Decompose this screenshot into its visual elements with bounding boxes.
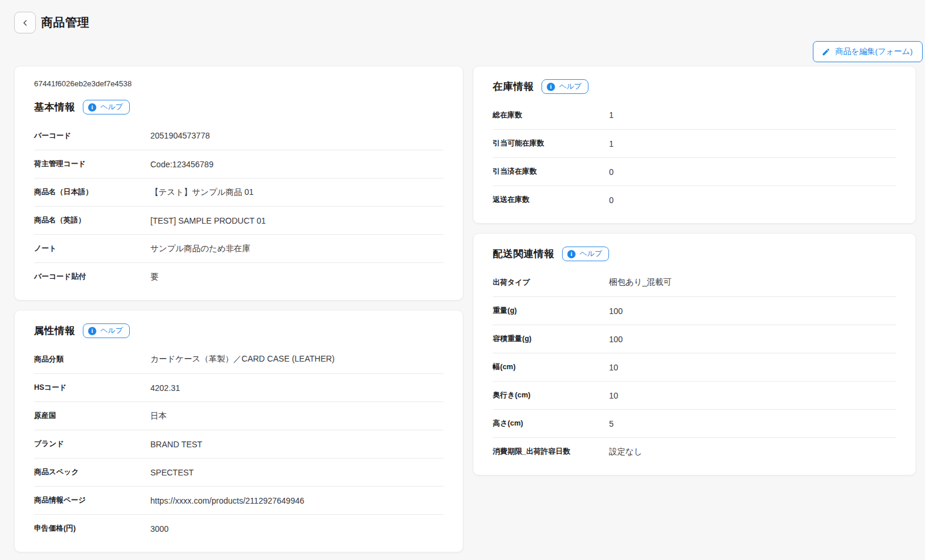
help-label: ヘルプ [100,326,123,336]
field-label: ブランド [34,439,150,449]
field-value: 【テスト】サンプル商品 01 [150,187,254,198]
info-icon: i [567,250,576,258]
stock-info-card: 在庫情報 i ヘルプ 総在庫数 1 引当可能在庫数 1 [473,66,916,224]
attributes-card: 属性情報 i ヘルプ 商品分類 カードケース（革製）／CARD CASE (LE… [14,310,463,552]
field-value: Code:123456789 [150,160,213,169]
help-label: ヘルプ [559,82,581,92]
field-label: 引当可能在庫数 [493,139,609,149]
info-icon: i [88,103,96,112]
field-value: 100 [609,335,623,344]
section-title: 属性情報 [34,324,75,338]
field-label: 幅(cm) [493,362,609,372]
field-label: バーコード貼付 [34,272,150,282]
back-button[interactable] [14,12,36,33]
table-row: 引当可能在庫数 1 [493,129,896,157]
field-value: 日本 [150,411,167,421]
field-value: 5 [609,419,614,429]
table-row: 商品名（英語） [TEST] SAMPLE PRODUCT 01 [34,206,443,234]
table-row: 商品スペック SPECTEST [34,458,443,486]
section-title: 基本情報 [34,100,75,114]
section-header: 属性情報 i ヘルプ [34,323,443,338]
section-header: 基本情報 i ヘルプ [34,100,443,114]
field-value: 1 [609,110,614,120]
table-row: 奥行き(cm) 10 [493,381,896,409]
table-row: 返送在庫数 0 [493,185,896,214]
field-label: 荷主管理コード [34,159,150,169]
table-row: 商品名（日本語） 【テスト】サンプル商品 01 [34,178,443,206]
help-button[interactable]: i ヘルプ [541,79,588,94]
section-header: 在庫情報 i ヘルプ [493,79,896,94]
section-header: 配送関連情報 i ヘルプ [493,247,896,261]
product-id: 67441f6026eb2e3def7e4538 [34,79,443,88]
field-label: HSコード [34,383,150,393]
info-icon: i [88,327,96,335]
table-row: 幅(cm) 10 [493,353,896,381]
table-row: 申告価格(円) 3000 [34,514,443,542]
content: 67441f6026eb2e3def7e4538 基本情報 i ヘルプ バーコー… [14,66,916,552]
attributes-table: 商品分類 カードケース（革製）／CARD CASE (LEATHER) HSコー… [34,345,443,542]
pencil-icon [822,48,830,56]
topbar: 商品管理 [14,12,89,33]
stock-info-table: 総在庫数 1 引当可能在庫数 1 引当済在庫数 0 返送在庫数 [493,101,896,214]
edit-product-button-label: 商品を編集(フォーム) [835,46,913,57]
field-label: 申告価格(円) [34,524,150,534]
field-label: 総在庫数 [493,110,609,120]
table-row: 出荷タイプ 梱包あり_混載可 [493,268,896,296]
table-row: 荷主管理コード Code:123456789 [34,150,443,178]
table-row: 容積重量(g) 100 [493,325,896,353]
field-value: 設定なし [609,447,643,457]
field-label: 容積重量(g) [493,334,609,344]
shipping-info-card: 配送関連情報 i ヘルプ 出荷タイプ 梱包あり_混載可 重量(g) 100 [473,233,916,475]
edit-product-button[interactable]: 商品を編集(フォーム) [813,41,923,62]
field-label: 商品情報ページ [34,495,150,505]
field-value: 10 [609,363,618,372]
field-label: バーコード [34,131,150,141]
section-title: 配送関連情報 [493,247,554,261]
field-value: SPECTEST [150,468,194,477]
section-title: 在庫情報 [493,80,534,93]
help-button[interactable]: i ヘルプ [83,323,130,338]
help-button[interactable]: i ヘルプ [83,100,130,114]
field-label: 返送在庫数 [493,195,609,205]
table-row: 重量(g) 100 [493,296,896,325]
field-value: 3000 [150,524,169,534]
field-label: 商品名（日本語） [34,187,150,197]
shipping-info-table: 出荷タイプ 梱包あり_混載可 重量(g) 100 容積重量(g) 100 [493,268,896,465]
left-column: 67441f6026eb2e3def7e4538 基本情報 i ヘルプ バーコー… [14,66,463,552]
field-value: 100 [609,306,623,316]
help-button[interactable]: i ヘルプ [562,247,609,261]
field-value: 10 [609,391,618,400]
table-row: 高さ(cm) 5 [493,409,896,437]
field-value: カードケース（革製）／CARD CASE (LEATHER) [150,354,335,365]
page-title: 商品管理 [41,15,89,31]
field-value: 0 [609,195,614,205]
table-row: 商品分類 カードケース（革製）／CARD CASE (LEATHER) [34,345,443,373]
right-column: 在庫情報 i ヘルプ 総在庫数 1 引当可能在庫数 1 [473,66,916,475]
field-label: 出荷タイプ [493,278,609,288]
table-row: 原産国 日本 [34,402,443,430]
table-row: 総在庫数 1 [493,101,896,129]
field-label: 重量(g) [493,306,609,316]
field-value: https://xxxx.com/products/2112927649946 [150,496,304,505]
field-value: 1 [609,139,614,149]
basic-info-card: 67441f6026eb2e3def7e4538 基本情報 i ヘルプ バーコー… [14,66,463,301]
table-row: バーコード貼付 要 [34,262,443,291]
table-row: 消費期限_出荷許容日数 設定なし [493,437,896,465]
table-row: 商品情報ページ https://xxxx.com/products/211292… [34,486,443,514]
field-value: 要 [150,272,159,282]
field-label: 原産国 [34,411,150,421]
table-row: HSコード 4202.31 [34,373,443,402]
help-label: ヘルプ [100,102,123,112]
field-label: 引当済在庫数 [493,167,609,177]
field-value: [TEST] SAMPLE PRODUCT 01 [150,216,266,225]
table-row: ノート サンプル商品のため非在庫 [34,234,443,262]
field-label: 商品名（英語） [34,215,150,225]
field-label: 商品分類 [34,355,150,365]
field-value: 0 [609,167,614,177]
field-label: 商品スペック [34,467,150,477]
field-value: サンプル商品のため非在庫 [150,244,250,254]
field-value: 2051904573778 [150,131,210,140]
field-label: ノート [34,244,150,254]
table-row: バーコード 2051904573778 [34,122,443,150]
chevron-left-icon [21,18,30,28]
